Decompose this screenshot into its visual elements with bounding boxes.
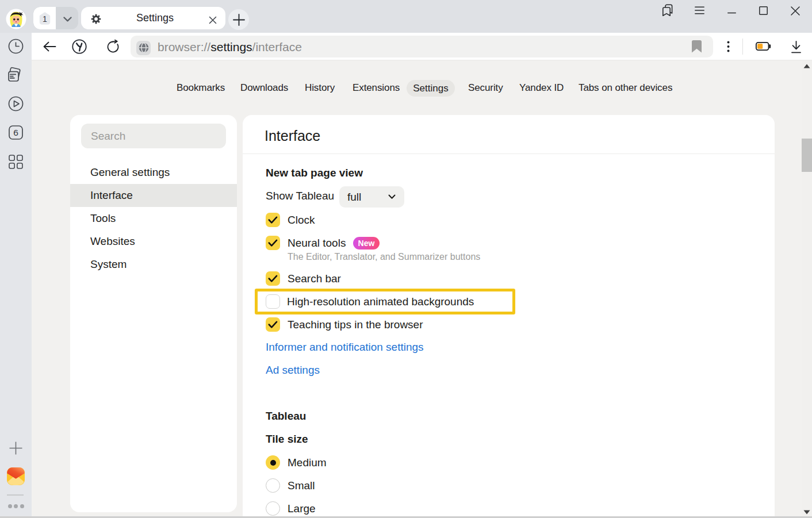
svg-text:6: 6 [13, 128, 18, 137]
svg-text:1: 1 [43, 14, 47, 24]
